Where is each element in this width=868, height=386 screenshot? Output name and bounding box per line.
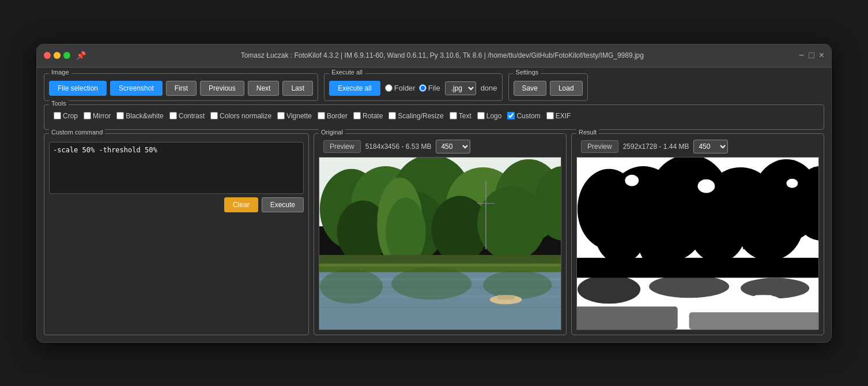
original-zoom-select[interactable]: 450 xyxy=(436,140,470,153)
custom-checkbox-label[interactable]: Custom xyxy=(507,112,540,120)
execute-all-group: Execute all Execute all Folder File xyxy=(324,73,502,101)
svg-point-42 xyxy=(786,178,798,188)
original-panel: Original Preview 5184x3456 - 6.53 MB 450 xyxy=(314,133,567,335)
dot-red xyxy=(44,52,51,59)
result-image-display xyxy=(576,157,819,330)
folder-radio-label[interactable]: Folder xyxy=(385,84,416,92)
result-zoom-select[interactable]: 450 xyxy=(693,140,728,153)
svg-point-21 xyxy=(391,267,471,299)
blackwhite-checkbox-label[interactable]: Black&white xyxy=(116,112,163,120)
image-group: Image File selection Screenshot First Pr… xyxy=(44,73,318,101)
folder-label-text: Folder xyxy=(394,84,416,92)
tools-checkboxes: Crop Mirror Black&white Contrast Colors … xyxy=(49,108,819,125)
vignette-label: Vignette xyxy=(286,112,312,120)
minimize-button[interactable]: − xyxy=(799,50,804,61)
logo-checkbox-label[interactable]: Logo xyxy=(477,112,502,120)
svg-rect-19 xyxy=(319,306,561,308)
colorsnorm-checkbox-label[interactable]: Colors normalize xyxy=(210,112,271,120)
cmd-buttons: Clear Execute xyxy=(49,197,304,212)
file-selection-button[interactable]: File selection xyxy=(49,81,107,96)
execute-all-button[interactable]: Execute all xyxy=(329,81,380,96)
vignette-checkbox[interactable] xyxy=(277,112,285,119)
scaling-checkbox[interactable] xyxy=(388,112,396,119)
original-image-display xyxy=(319,157,561,330)
execute-button[interactable]: Execute xyxy=(262,197,304,212)
dot-green xyxy=(63,52,70,59)
clear-button[interactable]: Clear xyxy=(224,197,258,212)
image-group-buttons: File selection Screenshot First Previous… xyxy=(49,77,313,96)
settings-label: Settings xyxy=(514,69,541,76)
rotate-checkbox[interactable] xyxy=(353,112,361,119)
window-dots xyxy=(44,52,70,59)
colorsnorm-checkbox[interactable] xyxy=(210,112,218,119)
previous-button[interactable]: Previous xyxy=(200,81,244,96)
file-radio-label[interactable]: File xyxy=(419,84,440,92)
custom-label: Custom xyxy=(516,112,540,120)
close-button[interactable]: × xyxy=(819,50,824,61)
text-label: Text xyxy=(459,112,471,120)
file-ext-select[interactable]: .jpg xyxy=(445,81,476,95)
svg-point-40 xyxy=(698,179,715,193)
svg-point-10 xyxy=(477,186,546,260)
svg-point-20 xyxy=(320,269,383,303)
maximize-button[interactable]: □ xyxy=(809,50,814,61)
blackwhite-checkbox[interactable] xyxy=(116,112,124,119)
border-checkbox-label[interactable]: Border xyxy=(318,112,348,120)
crop-checkbox[interactable] xyxy=(54,112,61,119)
contrast-checkbox[interactable] xyxy=(169,112,177,119)
text-checkbox[interactable] xyxy=(450,112,457,119)
cmd-textarea[interactable]: -scale 50% -threshold 50% xyxy=(49,142,304,194)
border-checkbox[interactable] xyxy=(318,112,325,119)
original-image-svg xyxy=(319,158,561,329)
svg-rect-43 xyxy=(577,257,818,278)
svg-point-45 xyxy=(578,275,640,303)
svg-rect-24 xyxy=(497,295,515,299)
custom-command-panel: Custom command -scale 50% -threshold 50%… xyxy=(44,133,309,335)
file-label-text: File xyxy=(428,84,440,92)
logo-checkbox[interactable] xyxy=(477,112,485,119)
settings-controls: Save Load xyxy=(514,77,583,96)
crop-checkbox-label[interactable]: Crop xyxy=(54,112,78,120)
vignette-checkbox-label[interactable]: Vignette xyxy=(277,112,312,120)
custom-checkbox[interactable] xyxy=(507,112,515,119)
rotate-checkbox-label[interactable]: Rotate xyxy=(353,112,383,120)
first-button[interactable]: First xyxy=(166,81,197,96)
exif-checkbox[interactable] xyxy=(546,112,554,119)
radio-group: Folder File xyxy=(385,84,440,92)
bottom-row: Custom command -scale 50% -threshold 50%… xyxy=(44,133,824,335)
file-radio[interactable] xyxy=(419,84,427,92)
contrast-label: Contrast xyxy=(179,112,205,120)
svg-point-38 xyxy=(735,186,803,260)
svg-point-22 xyxy=(483,270,552,299)
mirror-checkbox[interactable] xyxy=(84,112,91,119)
exif-label: EXIF xyxy=(556,112,571,120)
border-label: Border xyxy=(327,112,348,120)
exif-checkbox-label[interactable]: EXIF xyxy=(546,112,571,120)
window-controls: − □ × xyxy=(799,50,824,61)
main-content: Image File selection Screenshot First Pr… xyxy=(37,68,831,342)
titlebar: 📌 Tomasz Łuczak : FotoKilof 4.3.2 | IM 6… xyxy=(37,44,831,68)
blackwhite-label: Black&white xyxy=(126,112,163,120)
contrast-checkbox-label[interactable]: Contrast xyxy=(169,112,205,120)
svg-point-41 xyxy=(625,174,639,186)
folder-radio[interactable] xyxy=(385,84,393,92)
result-panel-label: Result xyxy=(576,129,599,136)
result-panel-header: Preview 2592x1728 - 1.44 MB 450 xyxy=(576,137,819,157)
svg-rect-51 xyxy=(755,295,772,299)
mirror-checkbox-label[interactable]: Mirror xyxy=(84,112,111,120)
screenshot-button[interactable]: Screenshot xyxy=(110,81,163,96)
image-panels: Original Preview 5184x3456 - 6.53 MB 450 xyxy=(314,133,824,335)
custom-command-inner: -scale 50% -threshold 50% Clear Execute xyxy=(49,137,304,212)
text-checkbox-label[interactable]: Text xyxy=(450,112,471,120)
next-button[interactable]: Next xyxy=(248,81,280,96)
result-img-info: 2592x1728 - 1.44 MB xyxy=(623,143,689,151)
last-button[interactable]: Last xyxy=(282,81,313,96)
scaling-checkbox-label[interactable]: Scaling/Resize xyxy=(388,112,443,120)
original-panel-label: Original xyxy=(319,129,345,136)
result-image-svg xyxy=(577,158,818,329)
toolbar-row: Image File selection Screenshot First Pr… xyxy=(44,73,824,101)
save-button[interactable]: Save xyxy=(514,81,546,96)
original-preview-button[interactable]: Preview xyxy=(323,140,361,153)
load-button[interactable]: Load xyxy=(550,81,583,96)
result-preview-button[interactable]: Preview xyxy=(581,140,618,153)
